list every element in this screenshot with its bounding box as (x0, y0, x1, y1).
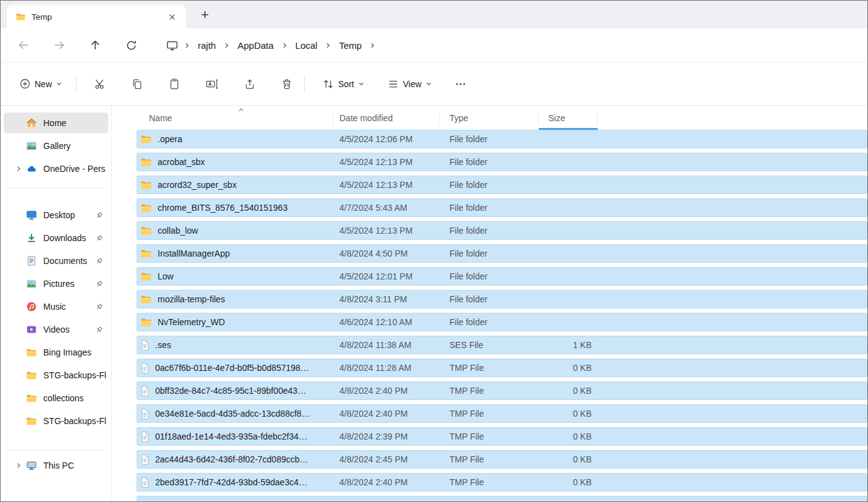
breadcrumb-chevron-icon[interactable] (281, 42, 288, 49)
delete-button[interactable] (281, 78, 293, 90)
column-header-name[interactable]: Name (137, 111, 333, 126)
sidebar-item-label: Downloads (43, 233, 95, 243)
cut-button[interactable] (94, 78, 106, 90)
view-button-label: View (403, 79, 422, 89)
file-row[interactable]: NvTelemetry_WD4/6/2024 12:10 AMFile fold… (137, 313, 867, 331)
file-name: 0ac67f6b-011e-4e7d-b0f5-b0d857198… (155, 363, 309, 373)
sort-button[interactable]: Sort (322, 78, 365, 90)
sidebar-item-label: Desktop (43, 210, 95, 220)
file-row[interactable]: .ses4/8/2024 11:38 AMSES File1 KB (137, 336, 867, 354)
sidebar-item-videos[interactable]: Videos (4, 319, 108, 340)
forward-button[interactable] (53, 39, 66, 51)
sidebar-item-onedrive-pers[interactable]: OneDrive - Pers (4, 158, 108, 179)
videos-icon (26, 324, 37, 335)
share-button[interactable] (244, 78, 256, 90)
sidebar-item-downloads[interactable]: Downloads (4, 228, 108, 249)
sidebar-item-documents[interactable]: Documents (4, 250, 108, 271)
file-icon (140, 385, 150, 397)
pin-icon (95, 211, 103, 219)
sidebar-item-collections[interactable]: collections (4, 388, 108, 409)
file-explorer-window: Temp + rajthAppDataLocalTemp New Sort (0, 0, 868, 502)
chevron-down-icon (425, 80, 432, 87)
date-modified-cell: 4/5/2024 12:13 PM (333, 180, 440, 190)
file-name: 01f18aed-1e14-4ed3-935a-fdebc2f34… (155, 432, 307, 441)
date-modified-cell: 4/7/2024 5:43 AM (333, 203, 440, 213)
type-cell: File folder (440, 157, 538, 167)
rename-button[interactable] (205, 78, 219, 90)
see-more-button[interactable] (454, 78, 467, 90)
breadcrumb-item-temp[interactable]: Temp (337, 40, 364, 51)
sidebar-divider (8, 188, 104, 189)
refresh-icon (126, 40, 137, 51)
up-button[interactable] (88, 39, 102, 51)
sidebar-item-home[interactable]: Home (4, 113, 108, 134)
folder-icon (140, 158, 152, 167)
sidebar-item-music[interactable]: Music (4, 296, 108, 317)
column-header-type[interactable]: Type (440, 111, 538, 126)
sidebar-item-stg-backups-fl[interactable]: STG-backups-Fl (4, 411, 108, 432)
file-row[interactable]: 0ac67f6b-011e-4e7d-b0f5-b0d857198…4/8/20… (137, 359, 867, 377)
file-row[interactable]: acrobat_sbx4/5/2024 12:13 PMFile folder (137, 153, 867, 171)
file-row[interactable]: InstallManagerApp4/8/2024 4:50 PMFile fo… (137, 244, 867, 263)
new-button[interactable]: New (19, 78, 62, 90)
sidebar-item-gallery[interactable]: Gallery (4, 135, 108, 156)
breadcrumb-chevron-icon[interactable] (369, 42, 376, 49)
file-row[interactable]: 01f18aed-1e14-4ed3-935a-fdebc2f34…4/8/20… (137, 427, 867, 446)
monitor-icon[interactable] (166, 40, 178, 51)
breadcrumb-chevron-icon[interactable] (325, 42, 331, 49)
type-cell: File folder (440, 271, 538, 281)
file-row[interactable]: acrord32_super_sbx4/5/2024 12:13 PMFile … (137, 176, 867, 194)
file-row[interactable]: .opera4/5/2024 12:06 PMFile folder (137, 130, 867, 148)
breadcrumb-item-rajth[interactable]: rajth (196, 40, 218, 51)
sidebar-item-label: Videos (43, 325, 95, 334)
chevron-down-icon (56, 80, 62, 87)
back-button[interactable] (17, 39, 30, 51)
sidebar-item-this-pc[interactable]: This PC (4, 455, 108, 476)
file-rows: .opera4/5/2024 12:06 PMFile folderacroba… (137, 130, 867, 501)
sidebar-item-bing-images[interactable]: Bing Images (4, 342, 108, 363)
sidebar-item-stg-backups-fl[interactable]: STG-backups-Fl (4, 365, 108, 386)
home-icon (26, 117, 37, 129)
sidebar-item-pictures[interactable]: Pictures (4, 273, 108, 294)
file-row[interactable]: 0e34e81e-5acd-4d35-adcc-13cd88cf8…4/8/20… (137, 404, 867, 423)
folder-icon (140, 295, 152, 304)
paste-button[interactable] (168, 78, 181, 90)
folder-icon (140, 318, 152, 327)
breadcrumb-chevron-icon[interactable] (223, 42, 230, 49)
file-row[interactable]: chrome_BITS_8576_15401519634/7/2024 5:43… (137, 198, 867, 217)
column-header-date-modified[interactable]: Date modified (333, 111, 440, 126)
file-row[interactable]: collab_low4/5/2024 12:13 PMFile folder (137, 221, 867, 240)
file-row[interactable]: Low4/5/2024 12:01 PMFile folder (137, 267, 867, 286)
file-name-cell: mozilla-temp-files (137, 294, 333, 304)
file-row[interactable]: mozilla-temp-files4/8/2024 3:11 PMFile f… (137, 290, 867, 308)
file-row[interactable]: 2bed3917-7fd7-42d4-93bd-59dae3c4…4/8/202… (137, 473, 867, 491)
sidebar-item-desktop[interactable]: Desktop (4, 205, 108, 226)
breadcrumb-item-appdata[interactable]: AppData (236, 40, 275, 51)
file-icon (140, 477, 150, 488)
view-button[interactable]: View (387, 78, 432, 90)
new-tab-button[interactable]: + (196, 7, 214, 23)
file-name-cell: acrobat_sbx (137, 157, 333, 167)
tab-bar: Temp + (1, 1, 867, 28)
tab-title: Temp (32, 12, 159, 22)
folder-icon (140, 272, 152, 281)
breadcrumb-chevron-icon[interactable] (184, 42, 190, 49)
copy-button[interactable] (131, 78, 143, 90)
file-row-partial[interactable] (137, 496, 867, 501)
file-name-cell: chrome_BITS_8576_1540151963 (137, 203, 333, 213)
sidebar-item-label: Bing Images (43, 347, 108, 357)
expand-chevron-icon[interactable] (11, 165, 26, 172)
expand-chevron-icon[interactable] (11, 462, 26, 469)
tab-temp[interactable]: Temp (7, 5, 186, 28)
sort-icon (322, 78, 334, 90)
gallery-icon (26, 140, 37, 151)
refresh-button[interactable] (124, 40, 138, 51)
file-name-cell: .opera (137, 134, 333, 144)
copy-icon (131, 78, 143, 90)
close-tab-button[interactable] (164, 11, 180, 23)
column-header-size[interactable]: Size (538, 111, 598, 126)
breadcrumb-item-local[interactable]: Local (294, 40, 320, 51)
file-name-cell: collab_low (137, 226, 333, 236)
file-row[interactable]: 2ac44d43-6d42-436f-8f02-7cd089ccb…4/8/20… (137, 450, 867, 469)
file-row[interactable]: 0bff32de-84c7-4c85-95c1-89bf00e43…4/8/20… (137, 381, 867, 400)
